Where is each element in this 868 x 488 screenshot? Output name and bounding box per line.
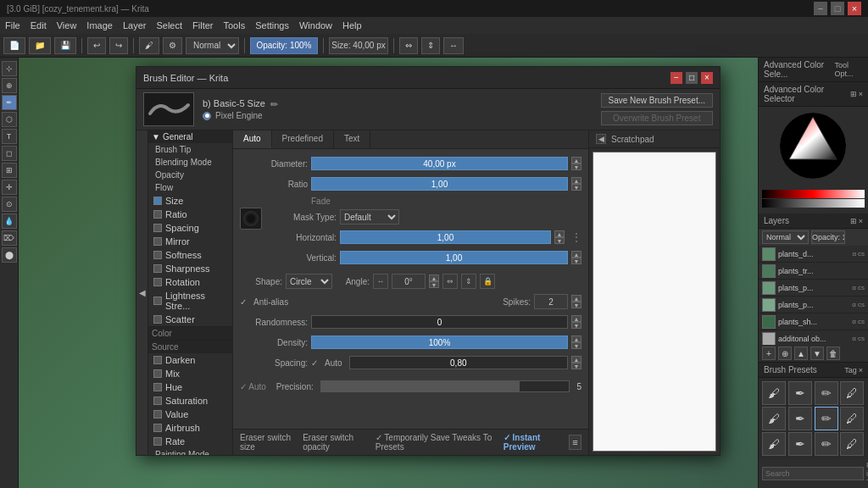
size-display[interactable]: Size: 40,00 px: [329, 37, 388, 54]
hue-checkbox[interactable]: [153, 383, 162, 391]
engine-radio[interactable]: [203, 112, 211, 120]
ratio-slider[interactable]: 1,00: [311, 177, 568, 191]
spacing-slider[interactable]: 0,80: [349, 356, 568, 369]
menu-layer[interactable]: Layer: [123, 20, 147, 30]
sidebar-sharpness[interactable]: Sharpness: [148, 262, 232, 275]
softness-checkbox[interactable]: [153, 251, 162, 259]
duplicate-layer-btn[interactable]: ⊕: [778, 347, 792, 360]
menu-window[interactable]: Window: [299, 20, 332, 30]
tab-text[interactable]: Text: [334, 130, 370, 148]
density-slider[interactable]: 100%: [311, 336, 568, 349]
airbrush-checkbox[interactable]: [153, 424, 162, 432]
h-up[interactable]: ▲: [554, 230, 565, 237]
blend-mode-select[interactable]: Normal: [186, 37, 239, 54]
diameter-arrows[interactable]: ▲ ▼: [571, 157, 581, 170]
spacing-checkbox[interactable]: [153, 224, 162, 232]
menu-help[interactable]: Help: [342, 20, 362, 30]
add-layer-btn[interactable]: +: [762, 347, 776, 360]
size-checkbox[interactable]: [153, 197, 162, 205]
eyedrop-tool[interactable]: 💧: [2, 214, 17, 229]
rand-up[interactable]: ▲: [571, 315, 581, 322]
value-checkbox[interactable]: [153, 410, 162, 419]
shape-tool[interactable]: ◻: [2, 146, 17, 161]
brush-preset-item[interactable]: ✒: [788, 381, 812, 405]
spikes-input[interactable]: [534, 294, 568, 309]
sidebar-blending-mode[interactable]: Blending Mode: [148, 156, 232, 169]
undo-btn[interactable]: ↩: [87, 37, 106, 54]
mask-type-select[interactable]: Default: [340, 209, 399, 225]
v-down[interactable]: ▼: [571, 258, 581, 264]
color-wheel-container[interactable]: [759, 107, 868, 187]
sidebar-rate[interactable]: Rate: [148, 435, 232, 448]
brush-select-btn[interactable]: 🖌: [139, 37, 159, 54]
vertical-slider[interactable]: 1,00: [340, 251, 568, 264]
density-up[interactable]: ▲: [571, 336, 581, 342]
fill-tool[interactable]: ⬡: [2, 112, 17, 127]
smart-patch-tool[interactable]: ⬤: [2, 247, 17, 263]
tab-auto[interactable]: Auto: [233, 130, 272, 148]
temp-save-tweaks[interactable]: ✓ Temporarily Save Tweaks To Presets: [376, 433, 497, 452]
shape-select[interactable]: Circle: [286, 274, 332, 289]
move-layer-up-btn[interactable]: ▲: [794, 347, 808, 360]
sidebar-softness[interactable]: Softness: [148, 248, 232, 262]
angle-input[interactable]: [392, 274, 426, 289]
brush-preset-item[interactable]: 🖊: [840, 381, 864, 405]
delete-layer-btn[interactable]: 🗑: [826, 347, 840, 360]
hue-strip[interactable]: [762, 190, 865, 198]
sidebar-ratio[interactable]: Ratio: [148, 208, 232, 221]
sidebar-mirror[interactable]: Mirror: [148, 235, 232, 248]
minimize-btn[interactable]: −: [814, 2, 827, 15]
text-tool[interactable]: T: [2, 129, 17, 144]
angle-down[interactable]: ▼: [429, 281, 439, 288]
rand-down[interactable]: ▼: [571, 322, 581, 329]
sidebar-value[interactable]: Value: [148, 408, 232, 421]
sidebar-darken[interactable]: Darken: [148, 353, 232, 367]
h-down[interactable]: ▼: [554, 237, 565, 244]
layer-item[interactable]: plants_d... α cs: [759, 246, 868, 263]
menu-filter[interactable]: Filter: [192, 20, 213, 30]
brush-preset-item[interactable]: 🖊: [840, 432, 864, 456]
mirror-checkbox[interactable]: [153, 237, 162, 246]
opacity-display[interactable]: Opacity: 100%: [250, 37, 318, 54]
maximize-btn[interactable]: □: [831, 2, 844, 15]
crop-tool[interactable]: ⊕: [2, 78, 17, 93]
angle-up[interactable]: ▲: [429, 274, 439, 281]
sidebar-mix[interactable]: Mix: [148, 367, 232, 380]
brush-preset-item[interactable]: 🖌: [762, 432, 786, 456]
sidebar-size[interactable]: Size: [148, 194, 232, 208]
sidebar-airbrush[interactable]: Airbrush: [148, 421, 232, 435]
wrap-btn[interactable]: ↔: [443, 37, 464, 54]
menu-image[interactable]: Image: [86, 20, 113, 30]
angle-flip-v[interactable]: ⇕: [461, 274, 476, 289]
spacing-down[interactable]: ▼: [571, 363, 581, 369]
density-down[interactable]: ▼: [571, 342, 581, 349]
menu-settings[interactable]: Settings: [255, 20, 289, 30]
link-icon[interactable]: ⋮: [571, 231, 581, 243]
color-panel-detach[interactable]: ⊞: [850, 90, 857, 98]
ratio-checkbox[interactable]: [153, 210, 162, 219]
move-layer-down-btn[interactable]: ▼: [810, 347, 824, 360]
diameter-down[interactable]: ▼: [571, 164, 581, 170]
randomness-slider[interactable]: 0: [311, 315, 568, 329]
scratchpad-back-btn[interactable]: ◀: [596, 134, 606, 144]
move-tool[interactable]: ✛: [2, 180, 17, 195]
sidebar-painting-mode[interactable]: Painting Mode: [148, 448, 232, 455]
brush-name-edit-icon[interactable]: ✏: [270, 99, 278, 110]
brush-preset-item[interactable]: 🖌: [762, 381, 786, 405]
brush-tool[interactable]: ✒: [2, 95, 17, 110]
new-file-btn[interactable]: 📄: [3, 37, 25, 54]
zoom-tool[interactable]: ⊙: [2, 197, 17, 212]
brush-preset-item[interactable]: ✒: [788, 432, 812, 456]
sidebar-hue[interactable]: Hue: [148, 380, 232, 394]
sidebar-scatter[interactable]: Scatter: [148, 313, 232, 326]
overwrite-preset-btn[interactable]: Overwrite Brush Preset: [601, 111, 714, 125]
brush-presets-close[interactable]: ×: [859, 366, 863, 374]
diameter-up[interactable]: ▲: [571, 157, 581, 164]
brush-preset-item[interactable]: ✏: [815, 432, 838, 456]
v-up[interactable]: ▲: [571, 251, 581, 258]
darken-checkbox[interactable]: [153, 356, 162, 364]
transform-tool[interactable]: ⊹: [2, 61, 17, 76]
color-wheel-svg[interactable]: [777, 110, 849, 182]
brush-search-input[interactable]: [762, 467, 864, 480]
brush-preset-item[interactable]: 🖊: [840, 407, 864, 430]
